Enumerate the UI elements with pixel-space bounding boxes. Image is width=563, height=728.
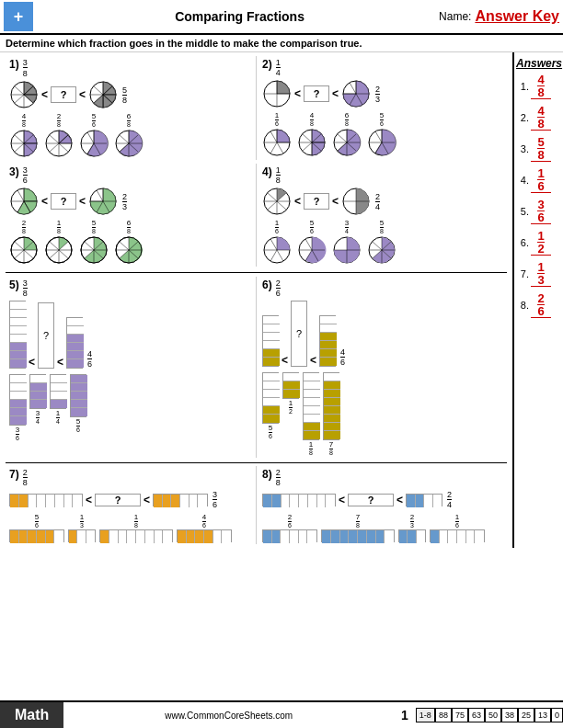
p2-left-pie (262, 79, 292, 108)
p2-num: 2) (262, 58, 272, 71)
p2-choice-5-6[interactable] (367, 128, 396, 157)
p2-choice-6-8[interactable] (332, 128, 362, 157)
p4-choice-3-4[interactable] (332, 235, 362, 265)
footer: Math www.CommonCoreSheets.com 1 1-8 88 7… (0, 700, 563, 728)
p7-c2[interactable] (68, 529, 96, 542)
name-label: Name: (439, 10, 471, 23)
p7-c3[interactable] (99, 529, 173, 542)
p5-question: ? (38, 302, 54, 369)
p2-choice-4-8[interactable] (297, 128, 327, 157)
p6-c2[interactable] (282, 372, 299, 399)
p7-c1[interactable] (9, 529, 64, 542)
problem-5: 5) 38 (6, 277, 254, 458)
p1-choices: 4 8 (9, 112, 250, 158)
p1-choice-6-8[interactable] (114, 129, 144, 158)
page-title: Comparing Fractions (40, 9, 439, 24)
p2-question: ? (304, 85, 329, 102)
p1-main-row: < ? < (9, 80, 250, 109)
p4-choice-5-8[interactable] (367, 235, 396, 265)
p5-choices: 3 6 3 4 (9, 374, 250, 441)
score-38: 38 (501, 708, 518, 722)
p1-num: 1) (9, 58, 19, 71)
score-0: 0 (551, 708, 563, 722)
p1-choice-4-8[interactable] (9, 129, 39, 158)
p7-question: ? (95, 494, 141, 506)
p4-choice-1-6[interactable] (262, 235, 292, 265)
score-75: 75 (452, 708, 468, 722)
footer-page: 1 (401, 708, 408, 722)
p6-left-bar (262, 315, 279, 367)
score-25: 25 (518, 708, 534, 722)
p6-c4[interactable] (323, 372, 339, 440)
p1-lt2: < (79, 88, 86, 101)
p6-choices: 5 6 1 2 (262, 372, 503, 456)
score-13: 13 (534, 708, 551, 722)
logo-box: + (4, 2, 33, 31)
p1-lt: < (41, 88, 48, 101)
answer-7: 7. 1 3 (516, 261, 561, 287)
header: + Comparing Fractions Name: Answer Key (0, 0, 563, 35)
score-range: 1-8 (416, 708, 435, 722)
p3-right-pie (88, 187, 118, 216)
p2-choice-1-6[interactable] (262, 128, 292, 157)
p8-c4[interactable] (430, 529, 485, 542)
p3-choice-2-8[interactable] (9, 235, 39, 265)
p2-main-row: < ? < 23 (262, 79, 503, 108)
p3-question: ? (51, 193, 76, 210)
problem-4: 4) 18 (259, 164, 507, 267)
answer-3: 3. 5 8 (516, 136, 561, 162)
problem-7: 7) 28 (6, 466, 254, 544)
p8-c3[interactable] (398, 529, 426, 542)
p1-right-pie (88, 80, 118, 109)
p7-c4[interactable] (177, 529, 232, 542)
score-88: 88 (435, 708, 452, 722)
p2-choices: 1 6 4 (262, 111, 503, 157)
answer-5: 5. 3 6 (516, 199, 561, 224)
score-63: 63 (468, 708, 485, 722)
answers-panel: Answers 1. 4 8 2. 4 8 3. 5 8 4. (512, 52, 563, 548)
p6-question: ? (291, 301, 307, 367)
p1-question: ? (51, 86, 76, 103)
p1-choice-2-8[interactable] (44, 129, 74, 158)
p4-choice-5-6[interactable] (297, 235, 327, 265)
p3-choice-5-8[interactable] (79, 235, 109, 265)
p4-right-pie (341, 187, 371, 216)
answer-1: 1. 4 8 (516, 74, 561, 99)
footer-scores: 1-8 88 75 63 50 38 25 13 0 (416, 708, 563, 722)
p5-c3[interactable] (50, 374, 66, 409)
p8-c2[interactable] (321, 529, 395, 542)
p4-left-pie (262, 187, 292, 216)
p2-right-pie (341, 79, 371, 108)
p8-question: ? (348, 494, 394, 506)
problem-2: 2) 14 < ? < (259, 56, 507, 160)
p3-choice-6-8[interactable] (114, 235, 144, 265)
instructions: Determine which fraction goes in the mid… (0, 35, 563, 52)
problem-6: 6) 26 < ? < (259, 277, 507, 458)
name-area: Name: Answer Key (439, 8, 559, 25)
worksheet-area: 1) 38 (0, 52, 512, 548)
main-content: 1) 38 (0, 52, 563, 548)
p1-left-pie (9, 80, 39, 109)
p3-choice-1-8[interactable] (44, 235, 74, 265)
logo-icon: + (14, 7, 24, 27)
answer-key-label: Answer Key (475, 8, 559, 25)
problem-3: 3) 36 (6, 164, 254, 267)
p8-choices: 2 6 7 8 (262, 513, 503, 542)
p5-c2[interactable] (29, 374, 46, 409)
p1-choice-5-6[interactable] (79, 129, 109, 158)
p5-c1[interactable] (9, 374, 26, 426)
problems-3-4: 3) 36 (6, 164, 507, 267)
p5-right-bar (66, 317, 83, 369)
p6-c1[interactable] (262, 372, 279, 424)
footer-math-label: Math (0, 702, 63, 728)
answers-title: Answers (516, 56, 561, 70)
p5-left-bar (9, 301, 26, 369)
p6-c3[interactable] (303, 372, 319, 440)
p8-c1[interactable] (262, 529, 317, 542)
answer-2: 2. 4 8 (516, 105, 561, 131)
p5-c4[interactable] (70, 374, 86, 417)
p4-question: ? (304, 193, 329, 210)
answer-4: 4. 1 6 (516, 167, 561, 193)
p7-choices: 5 6 1 3 (9, 513, 250, 542)
p7-right-bar (153, 494, 208, 506)
